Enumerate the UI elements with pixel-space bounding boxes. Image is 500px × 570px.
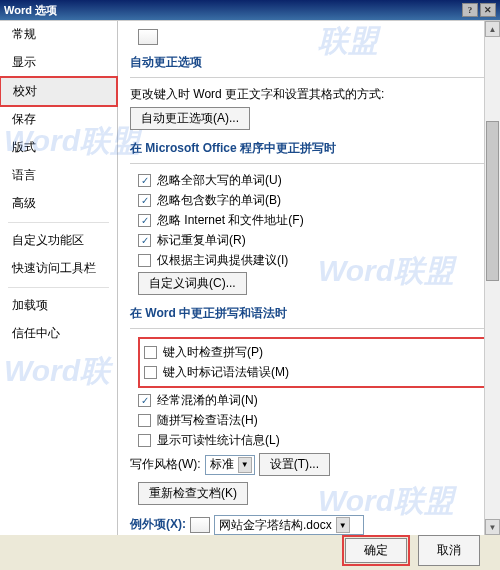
vertical-scrollbar[interactable]: ▲ ▼: [484, 21, 500, 535]
checkbox-confused-words[interactable]: [138, 394, 151, 407]
sidebar-label: 自定义功能区: [12, 233, 84, 247]
recheck-document-button[interactable]: 重新检查文档(K): [138, 482, 248, 505]
highlight-box-ok: 确定: [342, 535, 410, 566]
sidebar-label: 显示: [12, 55, 36, 69]
main-panel: Word联盟 Word联盟 联盟 自动更正选项 更改键入时 Word 更正文字和…: [118, 21, 500, 535]
titlebar: Word 选项 ? ✕: [0, 0, 500, 20]
section-exceptions-title: 例外项(X):: [130, 516, 186, 535]
label: 显示可读性统计信息(L): [157, 432, 280, 449]
autocorrect-description: 更改键入时 Word 更正文字和设置其格式的方式:: [130, 86, 384, 103]
btn-label: 设置(T): [270, 457, 309, 471]
sidebar-item-addins[interactable]: 加载项: [0, 292, 117, 320]
label: 忽略全部大写的单词(U): [157, 172, 282, 189]
label: 标记重复单词(R): [157, 232, 246, 249]
combo-value: 网站金字塔结构.docx: [219, 517, 332, 534]
btn-label: 取消: [437, 543, 461, 557]
section-word-spell-title: 在 Word 中更正拼写和语法时: [130, 305, 496, 324]
custom-dictionaries-button[interactable]: 自定义词典(C): [138, 272, 247, 295]
sidebar-label: 保存: [12, 112, 36, 126]
window-title: Word 选项: [4, 3, 460, 18]
checkbox-ignore-uppercase[interactable]: [138, 174, 151, 187]
writing-style-settings-button[interactable]: 设置(T): [259, 453, 330, 476]
sidebar-separator: [8, 222, 109, 223]
highlight-box-spellcheck: 键入时检查拼写(P) 键入时标记语法错误(M): [138, 337, 496, 388]
autocorrect-options-button[interactable]: 自动更正选项(A): [130, 107, 250, 130]
sidebar-label: 常规: [12, 27, 36, 41]
label: 仅根据主词典提供建议(I): [157, 252, 288, 269]
writing-style-label: 写作风格(W):: [130, 456, 201, 473]
btn-label: 确定: [364, 543, 388, 557]
sidebar-item-display[interactable]: 显示: [0, 49, 117, 77]
scroll-thumb[interactable]: [486, 121, 499, 281]
section-autocorrect-title: 自动更正选项: [130, 54, 496, 73]
sidebar-label: 加载项: [12, 298, 48, 312]
checkbox-check-spell-typing[interactable]: [144, 346, 157, 359]
label: 经常混淆的单词(N): [157, 392, 258, 409]
label: 键入时检查拼写(P): [163, 344, 263, 361]
checkbox-flag-repeat[interactable]: [138, 234, 151, 247]
sidebar: Word联盟 Word联 常规 显示 校对 保存 版式 语言 高级 自定义功能区…: [0, 21, 118, 535]
label: 键入时标记语法错误(M): [163, 364, 289, 381]
sidebar-item-advanced[interactable]: 高级: [0, 190, 117, 218]
sidebar-label: 信任中心: [12, 326, 60, 340]
btn-label: 重新检查文档(K): [149, 486, 237, 500]
checkbox-readability-stats[interactable]: [138, 434, 151, 447]
sidebar-item-proofing[interactable]: 校对: [0, 76, 118, 107]
dialog-footer: 确定 取消: [342, 535, 480, 566]
checkbox-ignore-numbers[interactable]: [138, 194, 151, 207]
sidebar-label: 版式: [12, 140, 36, 154]
sidebar-label: 快速访问工具栏: [12, 261, 96, 275]
label: 随拼写检查语法(H): [157, 412, 258, 429]
sidebar-item-layout[interactable]: 版式: [0, 134, 117, 162]
sidebar-item-custom-ribbon[interactable]: 自定义功能区: [0, 227, 117, 255]
sidebar-item-general[interactable]: 常规: [0, 21, 117, 49]
chevron-down-icon: ▼: [238, 457, 252, 473]
abc-icon: [138, 29, 158, 45]
writing-style-combo[interactable]: 标准 ▼: [205, 455, 255, 475]
sidebar-label: 语言: [12, 168, 36, 182]
close-button[interactable]: ✕: [480, 3, 496, 17]
btn-label: 自定义词典(C): [149, 276, 226, 290]
sidebar-label: 校对: [13, 84, 37, 98]
cancel-button[interactable]: 取消: [418, 535, 480, 566]
scroll-down-button[interactable]: ▼: [485, 519, 500, 535]
section-office-spell-title: 在 Microsoft Office 程序中更正拼写时: [130, 140, 496, 159]
help-button[interactable]: ?: [462, 3, 478, 17]
combo-value: 标准: [210, 456, 234, 473]
label: 忽略包含数字的单词(B): [157, 192, 281, 209]
sidebar-item-qat[interactable]: 快速访问工具栏: [0, 255, 117, 283]
checkbox-main-dict-only[interactable]: [138, 254, 151, 267]
exceptions-document-combo[interactable]: 网站金字塔结构.docx ▼: [214, 515, 364, 535]
sidebar-item-save[interactable]: 保存: [0, 106, 117, 134]
label: 忽略 Internet 和文件地址(F): [157, 212, 304, 229]
checkbox-mark-grammar-typing[interactable]: [144, 366, 157, 379]
btn-label: 自动更正选项(A): [141, 111, 229, 125]
chevron-down-icon: ▼: [336, 517, 350, 533]
ok-button[interactable]: 确定: [345, 538, 407, 563]
sidebar-label: 高级: [12, 196, 36, 210]
document-icon: [190, 517, 210, 533]
checkbox-ignore-internet[interactable]: [138, 214, 151, 227]
sidebar-item-language[interactable]: 语言: [0, 162, 117, 190]
sidebar-separator: [8, 287, 109, 288]
scroll-up-button[interactable]: ▲: [485, 21, 500, 37]
sidebar-item-trust-center[interactable]: 信任中心: [0, 320, 117, 348]
checkbox-grammar-with-spell[interactable]: [138, 414, 151, 427]
